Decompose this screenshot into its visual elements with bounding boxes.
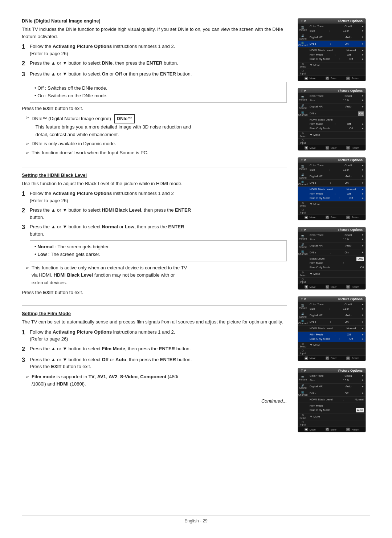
return-label-2: Return	[351, 147, 359, 149]
tv-item-more-6: ▼ More	[310, 415, 364, 419]
tv-item-more-5: ▼ More	[310, 343, 364, 347]
section-hdmi-title: Setting the HDMI Black Level	[22, 172, 287, 178]
film-tip-1: ➢ Film mode is supported in TV, AV1, AV2…	[25, 373, 287, 388]
step-num-3: 3	[22, 70, 30, 79]
setup-icon-label-5: ⚙Setup	[299, 343, 306, 348]
tv-content-hdmi-1: HDMI Black Level : Normal ► Film Mode : …	[308, 48, 366, 62]
tv-panel-header-dnie-1: T V Picture Options	[298, 19, 366, 24]
tv-row-setup-1: ⚙Setup ▼ More	[298, 62, 366, 69]
picture-icon-label-1: 📷Picture	[299, 26, 307, 31]
tv-icon-empty-6b	[298, 403, 308, 413]
tv-icon-empty-1	[298, 48, 308, 62]
tv-row-input-4: ⬡Input	[298, 278, 366, 284]
tv-content-channel-6: DNIe : Off ►	[308, 390, 366, 396]
step-hdmi-3: 3 Press the ▲ or ▼ button to select Norm…	[22, 223, 287, 237]
tv-footer-1: ◆ Move ⊡ Enter ⊙ Return	[298, 76, 366, 81]
section-film-intro: The TV can be set to automatically sense…	[22, 318, 287, 326]
tv-item-filmmode-auto: Film Mode	[310, 404, 364, 408]
tv-panel-hdmi-1: T V Picture Options 📷Picture Color Tone …	[298, 157, 366, 220]
tip-arrow-1: ➢	[25, 114, 29, 122]
move-label-5: Move	[310, 357, 316, 359]
tv-row-channel-4: 📺Channel DNIe : On ►	[298, 249, 366, 256]
input-icon-label-5: ⬡Input	[300, 349, 306, 355]
tv-panel-body-film-2: 📷Picture Color Tone : Cool1 ► Size	[298, 373, 366, 427]
tv-row-setup-3: ⚙Setup ▼ More	[298, 201, 366, 208]
return-btn-6: ⊙	[346, 428, 350, 431]
tv-icon-setup-4: ⚙Setup	[298, 271, 308, 277]
footer-text: English - 29	[184, 518, 207, 523]
tv-content-channel-4: DNIe : On ►	[308, 249, 366, 256]
tv-row-dnie-1: 📺Channel DNIe : On ►	[298, 41, 366, 47]
step-film-num-1: 1	[22, 328, 30, 337]
tip-arrow-hdmi-1: ➢	[25, 264, 29, 272]
tv-icon-picture-2: 📷Picture	[298, 93, 308, 103]
step-dnie-1: 1 Follow the Activating Picture Options …	[22, 43, 287, 57]
tv-panel-header-hdmi-1: T V Picture Options	[298, 158, 366, 163]
enter-label-3: Enter	[331, 216, 337, 219]
tv-item-ct-3: Color Tone : Cool1 ►	[310, 163, 364, 168]
tv-content-channel-5: DNIe : On ►	[308, 319, 366, 325]
tv-content-sound-4: Digital NR : Auto ►	[308, 243, 366, 249]
tv-item-sz-5: Size : 16:9 ►	[310, 307, 364, 311]
tv-row-input-6: ⬡Input	[298, 420, 366, 427]
tv-content-hdmi-6: HDMI Black Level : Normal	[308, 397, 366, 403]
step-film-text-2: Press the ▲ or ▼ button to select Film M…	[30, 345, 287, 352]
tv-panel-header-film-2: T V Picture Options	[298, 368, 366, 373]
tv-item-bo-5: Blue Only Mode : Off ►	[310, 337, 364, 341]
tv-content-sound-6: Digital NR : Auto ►	[308, 384, 366, 390]
tv-row-picture-5: 📷Picture Color Tone : Cool1 ► Size	[298, 302, 366, 312]
step-hdmi-2: 2 Press the ▲ or ▼ button to select HDMI…	[22, 207, 287, 221]
low-badge: Low	[356, 257, 364, 261]
enter-label-5: Enter	[331, 357, 337, 359]
step-hdmi-text-1: Follow the Activating Picture Options in…	[30, 190, 287, 204]
hdmi-note-box: • Normal : The screen gets brighter. • L…	[30, 240, 287, 261]
tv-icon-channel-3: 📺Channel	[298, 180, 308, 186]
tv-footer-enter-3: ⊡ Enter	[326, 216, 337, 219]
tv-footer-move-5: ◆ Move	[305, 356, 316, 360]
sound-icon-label-1: 🔊Sound	[299, 34, 306, 40]
picture-icon-label-5: 📷Picture	[299, 304, 307, 309]
tv-icon-input-2: ⬡Input	[298, 139, 308, 145]
tv-row-sound-5: 🔊Sound Digital NR : Auto ►	[298, 312, 366, 319]
tv-row-input-5: ⬡Input	[298, 349, 366, 355]
tv-content-hdmi-5: HDMI Black Level : Normal ►	[308, 326, 366, 331]
tv-item-dnr-3: Digital NR : Auto ►	[310, 174, 364, 179]
tv-content-picture-2: Color Tone : Cool1 ► Size : 16:9 ►	[308, 93, 366, 103]
hdmi-note-line-2: • Low : The screen gets darker.	[34, 251, 282, 258]
tv-row-input-2: ⬡Input	[298, 139, 366, 145]
tv-panel-hdmi-2: T V Picture Options 📷Picture Color Tone …	[298, 227, 366, 290]
tv-item-dnr-6: Digital NR : Auto ►	[310, 384, 364, 389]
tv-row-picture-3: 📷Picture Color Tone : Cool1 ► Size	[298, 163, 366, 173]
step-film-3: 3 Press the ▲ or ▼ button to select Off …	[22, 356, 287, 370]
tv-item-dnie-3: DNIe : On ►	[310, 181, 364, 185]
return-btn-4: ⊙	[346, 285, 350, 289]
tv-item-blueonly-auto: Blue Only Mode Auto	[310, 408, 364, 412]
tv-footer-enter-2: ⊡ Enter	[326, 146, 337, 150]
tv-icon-sound-4: 🔊Sound	[298, 243, 308, 249]
tv-icon-sound-3: 🔊Sound	[298, 173, 308, 179]
tv-footer-enter-4: ⊡ Enter	[326, 285, 337, 289]
tv-label-1: T V	[301, 19, 306, 23]
channel-icon-label-3: 📺Channel	[298, 180, 307, 186]
tv-icon-picture-5: 📷Picture	[298, 302, 308, 312]
step-film-text-1: Follow the Activating Picture Options in…	[30, 329, 287, 343]
tv-item-blueonly-2: Blue Only Mode : Off ►	[310, 126, 364, 131]
dnie-note-line-1: • Off : Switches off the DNIe mode.	[34, 85, 282, 92]
hdmi-tips: ➢ This function is active only when an e…	[25, 264, 287, 287]
step-hdmi-1: 1 Follow the Activating Picture Options …	[22, 190, 287, 204]
tv-item-size-2: Size : 16:9 ►	[310, 98, 364, 103]
tv-item-bo-4: Blue Only Mode : Off	[310, 265, 364, 270]
tv-icon-channel-6: 📺Channel	[298, 390, 308, 396]
tv-item-dnie-6: DNIe : Off ►	[310, 391, 364, 396]
tv-item-dnr-5: Digital NR : Auto ►	[310, 313, 364, 318]
tv-content-film-auto: Film Mode Blue Only Mode Auto	[308, 403, 366, 413]
tv-item-sz-3: Size : 16:9 ►	[310, 168, 364, 172]
tv-icon-input-4: ⬡Input	[298, 278, 308, 284]
dnie-tips: ➢ DNIe™ (Digital Natural Image engine) D…	[25, 114, 287, 157]
dnie-tip-2: ➢ DNIe is only available in Dynamic mode…	[25, 140, 287, 148]
tv-icon-empty-2	[298, 117, 308, 131]
tv-content-input-3	[308, 208, 366, 214]
enter-label-4: Enter	[331, 286, 337, 288]
tv-content-input-4	[308, 278, 366, 284]
tv-content-more-2: ▼ More	[308, 132, 366, 138]
